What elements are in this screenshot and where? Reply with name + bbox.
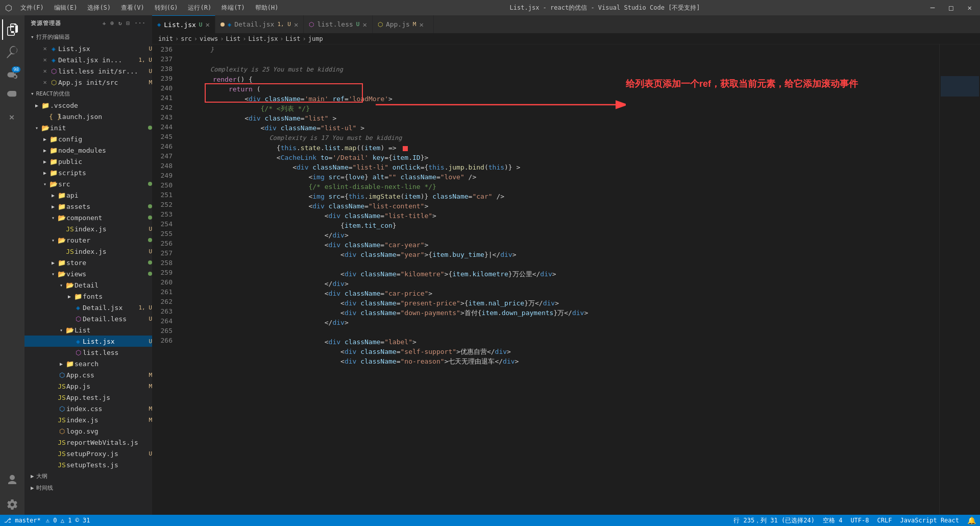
tree-item-label: component: [66, 214, 146, 222]
tree-list-less[interactable]: ⬡ list.less: [24, 347, 152, 358]
tab-close-button[interactable]: ✕: [419, 20, 423, 29]
tree-launch-json[interactable]: { } launch.json: [24, 111, 152, 122]
open-file-detailjsx[interactable]: ✕ ◈ Detail.jsx in... 1, U: [24, 54, 152, 65]
tree-router-indexjs[interactable]: JS index.js U: [24, 246, 152, 257]
tree-app-css[interactable]: ⬡ App.css M: [24, 369, 152, 380]
section-arrow: ▾: [31, 34, 34, 40]
minimize-button[interactable]: ─: [927, 3, 938, 13]
tree-detail-folder[interactable]: ▾ 📂 Detail: [24, 279, 152, 291]
tree-scripts[interactable]: ▶ 📁 scripts: [24, 167, 152, 178]
close-icon[interactable]: ✕: [41, 67, 49, 75]
indent-size[interactable]: 空格 4: [823, 516, 842, 525]
tree-logo-svg[interactable]: ⬡ logo.svg: [24, 425, 152, 437]
menu-help[interactable]: 帮助(H): [251, 3, 283, 13]
tree-fonts[interactable]: ▶ 📁 fonts: [24, 291, 152, 302]
sidebar-header-icons[interactable]: + ⊕ ↻ ⊟ ···: [103, 20, 146, 27]
tree-assets[interactable]: ▶ 📁 assets: [24, 201, 152, 212]
code-editor[interactable]: 236 237 238 239 240 241 242 243 244 245 …: [152, 44, 980, 515]
tree-setupproxy[interactable]: JS setupProxy.js U: [24, 448, 152, 459]
menu-view[interactable]: 查看(V): [117, 3, 149, 13]
menu-edit[interactable]: 编辑(E): [50, 3, 82, 13]
section-timeline[interactable]: ▶ 时间线: [24, 482, 152, 494]
breadcrumb-views[interactable]: views: [200, 35, 218, 42]
tree-item-label: .vscode: [50, 102, 152, 109]
tree-reportwebvitals[interactable]: JS reportWebVitals.js: [24, 437, 152, 448]
tree-list-jsx[interactable]: ◈ List.jsx U: [24, 336, 152, 347]
menu-goto[interactable]: 转到(G): [151, 3, 182, 13]
activity-debug[interactable]: [2, 87, 22, 107]
menu-terminal[interactable]: 终端(T): [217, 3, 249, 13]
refresh-icon[interactable]: ↻: [118, 20, 122, 27]
section-react-project[interactable]: ▾ REACT的优信: [24, 88, 152, 100]
breadcrumb-list-class[interactable]: List: [286, 35, 301, 42]
tree-list-folder[interactable]: ▾ 📂 List: [24, 324, 152, 336]
tree-vscode[interactable]: ▶ 📁 .vscode: [24, 100, 152, 111]
tree-component[interactable]: ▾ 📂 component: [24, 212, 152, 223]
tree-public[interactable]: ▶ 📁 public: [24, 156, 152, 167]
tree-src[interactable]: ▾ 📂 src: [24, 178, 152, 189]
breadcrumb-list-folder[interactable]: List: [226, 35, 240, 42]
activity-account[interactable]: [2, 470, 22, 490]
collapse-icon[interactable]: ⊟: [127, 20, 131, 27]
encoding[interactable]: UTF-8: [850, 517, 869, 524]
tab-listless[interactable]: ⬡ list.less U ✕: [304, 15, 373, 33]
maximize-button[interactable]: □: [946, 3, 956, 13]
tree-api[interactable]: ▶ 📁 api: [24, 189, 152, 201]
new-file-icon[interactable]: +: [103, 20, 107, 27]
tree-router[interactable]: ▾ 📂 router: [24, 234, 152, 246]
breadcrumb-init[interactable]: init: [158, 35, 173, 42]
breadcrumb-jump[interactable]: jump: [308, 35, 323, 42]
feedback-icon[interactable]: 🔔: [967, 516, 976, 524]
more-icon[interactable]: ···: [134, 20, 146, 27]
open-file-appjs[interactable]: ✕ ⬡ App.js init/src M: [24, 77, 152, 88]
menu-file[interactable]: 文件(F): [16, 3, 48, 13]
close-icon[interactable]: ✕: [41, 45, 49, 52]
tree-config[interactable]: ▶ 📁 config: [24, 133, 152, 145]
breadcrumb-listjsx[interactable]: List.jsx: [249, 35, 278, 42]
menu-select[interactable]: 选择(S): [83, 3, 115, 13]
breadcrumb-src[interactable]: src: [181, 35, 192, 42]
tree-setuptests[interactable]: JS setupTests.js: [24, 459, 152, 470]
language-mode[interactable]: JavaScript React: [900, 517, 959, 524]
tree-app-test-js[interactable]: JS App.test.js: [24, 392, 152, 403]
code-line-242: {/* <列表 */}: [181, 105, 310, 112]
activity-scm[interactable]: 98: [2, 64, 22, 85]
window-controls[interactable]: ─ □ ✕: [927, 3, 975, 13]
tab-detailjsx[interactable]: ◈ Detail.jsx 1, U ✕: [215, 15, 304, 33]
cursor-position[interactable]: 行 235，列 31 (已选择24): [733, 516, 815, 525]
tree-store[interactable]: ▶ 📁 store: [24, 257, 152, 268]
tree-detail-less[interactable]: ⬡ Detail.less U: [24, 313, 152, 324]
error-warning-count[interactable]: ⚠ 0 △ 1 © 31: [46, 517, 90, 524]
close-icon[interactable]: ✕: [41, 79, 49, 86]
tree-search[interactable]: ▶ 📁 search: [24, 358, 152, 369]
close-icon[interactable]: ✕: [41, 56, 49, 63]
tree-app-js[interactable]: JS App.js M: [24, 380, 152, 392]
tree-component-indexjs[interactable]: JS index.js U: [24, 223, 152, 234]
open-file-listless[interactable]: ✕ ⬡ list.less init/sr... U: [24, 65, 152, 77]
new-folder-icon[interactable]: ⊕: [110, 20, 114, 27]
tab-listjsx[interactable]: ◈ List.jsx U ✕: [152, 15, 215, 33]
close-button[interactable]: ✕: [965, 3, 975, 13]
line-ending[interactable]: CRLF: [877, 517, 892, 524]
section-daxie[interactable]: ▶ 大纲: [24, 470, 152, 482]
menu-bar[interactable]: 文件(F) 编辑(E) 选择(S) 查看(V) 转到(G) 运行(R) 终端(T…: [16, 3, 283, 13]
activity-extensions[interactable]: [2, 109, 22, 130]
tree-index-js[interactable]: JS index.js M: [24, 414, 152, 425]
activity-explorer[interactable]: [2, 19, 22, 40]
tree-views[interactable]: ▾ 📂 views: [24, 268, 152, 279]
tree-node-modules[interactable]: ▶ 📁 node_modules: [24, 145, 152, 156]
tab-appjs[interactable]: ⬡ App.js M ✕: [373, 15, 434, 33]
tree-detail-jsx[interactable]: ◈ Detail.jsx 1, U: [24, 302, 152, 313]
activity-search[interactable]: [2, 42, 22, 62]
tab-close-button[interactable]: ✕: [362, 20, 366, 29]
tree-init[interactable]: ▾ 📂 init: [24, 122, 152, 133]
section-open-editors[interactable]: ▾ 打开的编辑器: [24, 31, 152, 43]
git-branch[interactable]: ⎇ master*: [4, 517, 41, 524]
activity-settings[interactable]: [2, 494, 22, 515]
open-file-listjsx[interactable]: ✕ ◈ List.jsx U: [24, 43, 152, 54]
tab-close-button[interactable]: ✕: [205, 20, 209, 29]
menu-run[interactable]: 运行(R): [184, 3, 215, 13]
tree-index-css[interactable]: ⬡ index.css M: [24, 403, 152, 414]
code-content[interactable]: 给列表页添加一个ref，获取当前元素，给它添加滚动事件 } Complexity…: [177, 44, 939, 515]
tab-close-button[interactable]: ✕: [294, 20, 298, 29]
